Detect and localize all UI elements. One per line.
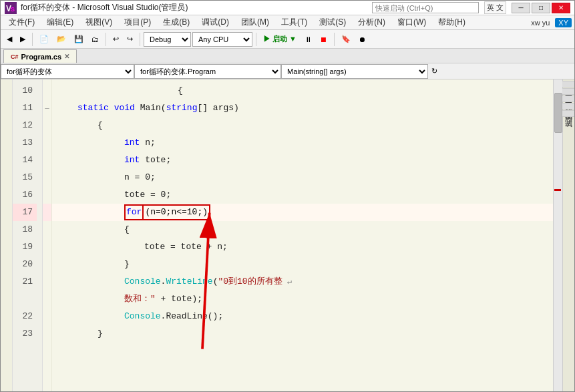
tab-icon: C# xyxy=(11,53,19,60)
line-num-10: 10 xyxy=(13,82,37,100)
line-num-18: 18 xyxy=(13,221,37,238)
code-line-23: } xyxy=(52,325,553,343)
nav-bar: for循环的变体 for循环的变体.Program Main(string[] … xyxy=(1,63,574,79)
lang-label: 英 文 xyxy=(484,1,506,14)
class-nav-dropdown[interactable]: for循环的变体.Program xyxy=(134,64,281,79)
title-bar: V S for循环的变体 - Microsoft Visual Studio(管… xyxy=(1,1,574,15)
line-num-21b xyxy=(13,290,37,308)
menu-project[interactable]: 项目(P) xyxy=(119,15,156,29)
menu-help[interactable]: 帮助(H) xyxy=(433,15,471,29)
line-num-12: 12 xyxy=(13,117,37,134)
breakpoint-button[interactable]: ⏺ xyxy=(355,32,369,47)
pause-button[interactable]: ⏸ xyxy=(301,32,315,47)
left-gutter xyxy=(1,79,13,392)
collapse-markers: ─ xyxy=(43,79,52,392)
nav-refresh-button[interactable]: ↻ xyxy=(428,64,444,79)
code-line-11: static void Main( string [] args) xyxy=(52,100,553,117)
side-tab-test[interactable]: 测试 xyxy=(562,110,575,117)
line-num-19: 19 xyxy=(13,238,37,256)
right-side-tabs: 解决方案资源管理器 团队资源管理器 属性 类视图 测试 xyxy=(562,79,574,392)
menu-test[interactable]: 测试(S) xyxy=(314,15,351,29)
close-tab-icon[interactable]: ✕ xyxy=(64,53,69,60)
menu-edit[interactable]: 编辑(E) xyxy=(41,15,79,29)
platform-dropdown[interactable]: Any CPU xyxy=(192,32,252,47)
tab-label: Program.cs xyxy=(21,53,62,61)
scrollbar-thumb[interactable] xyxy=(554,93,562,133)
code-lines[interactable]: { static void Main( string [] args) { xyxy=(52,79,553,392)
code-line-20: } xyxy=(52,256,553,273)
bookmark-button[interactable]: 🔖 xyxy=(338,32,354,47)
code-line-14: int tote; xyxy=(52,152,553,169)
debug-config-dropdown[interactable]: Debug Release xyxy=(144,32,191,47)
toolbar: ◀ ▶ 📄 📂 💾 🗂 ↩ ↪ Debug Release Any CPU ▶ … xyxy=(1,30,574,49)
user-abbr-badge[interactable]: XY xyxy=(555,18,572,27)
menu-view[interactable]: 视图(V) xyxy=(80,15,118,29)
toolbar-sep-4 xyxy=(256,33,256,46)
menu-tools[interactable]: 工具(T) xyxy=(276,15,313,29)
save-all-button[interactable]: 🗂 xyxy=(88,32,102,47)
code-line-17: for (n=0;n<=10;) xyxy=(52,204,553,221)
close-button[interactable]: ✕ xyxy=(552,3,570,13)
vertical-scrollbar[interactable] xyxy=(553,79,562,392)
main-window: V S for循环的变体 - Microsoft Visual Studio(管… xyxy=(0,0,575,392)
user-label: xw yu xyxy=(531,19,550,27)
line-num-17: 17 xyxy=(13,204,37,221)
line-num-15: 15 xyxy=(13,169,37,186)
new-file-button[interactable]: 📄 xyxy=(36,32,52,47)
redo-button[interactable]: ↪ xyxy=(124,32,136,47)
line-num-22: 22 xyxy=(13,308,37,325)
open-button[interactable]: 📂 xyxy=(53,32,69,47)
code-line-12: { xyxy=(52,117,553,134)
project-nav-dropdown[interactable]: for循环的变体 xyxy=(1,64,134,79)
line-num-23: 23 xyxy=(13,325,37,343)
menu-window[interactable]: 窗口(W) xyxy=(392,15,431,29)
side-tab-props[interactable]: 属性 xyxy=(562,95,575,102)
window-controls: ─ □ ✕ xyxy=(512,3,570,13)
code-editor[interactable]: 10 11 12 13 14 15 16 17 18 19 20 21 22 2… xyxy=(13,79,562,392)
menu-debug[interactable]: 调试(D) xyxy=(196,15,234,29)
code-line-16: tote = 0; xyxy=(52,186,553,204)
toolbar-sep-5 xyxy=(334,33,335,46)
collapse-11[interactable]: ─ xyxy=(43,100,51,117)
vs-logo: V S xyxy=(5,2,17,14)
code-line-13: int n; xyxy=(52,134,553,152)
forward-button[interactable]: ▶ xyxy=(17,32,29,47)
menu-analyze[interactable]: 分析(N) xyxy=(353,15,391,29)
line-num-14: 14 xyxy=(13,152,37,169)
back-button[interactable]: ◀ xyxy=(3,32,15,47)
menu-file[interactable]: 文件(F) xyxy=(3,15,40,29)
code-line-22: Console .ReadLine(); xyxy=(52,308,553,325)
undo-button[interactable]: ↩ xyxy=(110,32,122,47)
svg-text:S: S xyxy=(11,6,15,13)
code-line-21-cont: 数和：" + tote); xyxy=(52,290,553,308)
start-button[interactable]: ▶ 启动 ▼ xyxy=(260,32,300,47)
maximize-button[interactable]: □ xyxy=(532,3,550,13)
side-tab-team[interactable]: 团队资源管理器 xyxy=(562,88,575,95)
tab-program-cs[interactable]: C# Program.cs ✕ xyxy=(3,49,77,63)
code-line-10: { xyxy=(52,82,553,100)
line-numbers: 10 11 12 13 14 15 16 17 18 19 20 21 22 2… xyxy=(13,79,43,392)
line-num-16: 16 xyxy=(13,186,37,204)
line-num-13: 13 xyxy=(13,134,37,152)
method-nav-dropdown[interactable]: Main(string[] args) xyxy=(281,64,428,79)
menu-build[interactable]: 生成(B) xyxy=(158,15,195,29)
code-line-18: { xyxy=(52,221,553,238)
stop-button[interactable]: ⏹ xyxy=(317,32,331,47)
quicklaunch-input[interactable] xyxy=(372,2,479,13)
toolbar-sep-1 xyxy=(32,33,33,46)
code-line-15: n = 0; xyxy=(52,169,553,186)
toolbar-sep-2 xyxy=(106,33,106,46)
window-title: for循环的变体 - Microsoft Visual Studio(管理员) xyxy=(21,2,372,13)
line-num-11: 11 xyxy=(13,100,37,117)
menu-bar: 文件(F) 编辑(E) 视图(V) 项目(P) 生成(B) 调试(D) 团队(M… xyxy=(1,15,574,30)
line-num-20: 20 xyxy=(13,256,37,273)
scroll-marker-17 xyxy=(554,189,561,191)
menu-team[interactable]: 团队(M) xyxy=(236,15,274,29)
toolbar-sep-3 xyxy=(140,33,140,46)
save-button[interactable]: 💾 xyxy=(71,32,87,47)
side-tab-classview[interactable]: 类视图 xyxy=(562,103,575,110)
tab-bar: C# Program.cs ✕ xyxy=(1,49,574,63)
code-line-19: tote = tote + n; xyxy=(52,238,553,256)
side-tab-solution[interactable]: 解决方案资源管理器 xyxy=(562,81,575,87)
minimize-button[interactable]: ─ xyxy=(512,3,530,13)
